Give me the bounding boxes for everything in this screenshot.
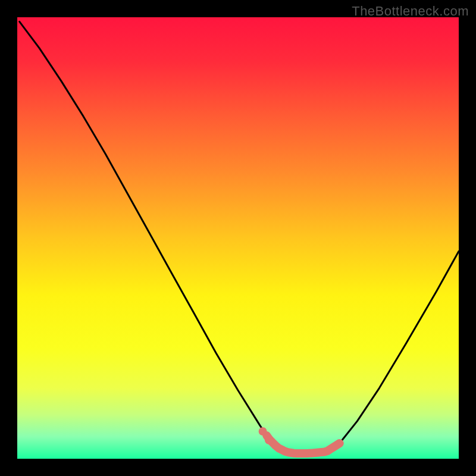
highlight-dot <box>259 427 267 436</box>
highlight-dot <box>265 436 273 444</box>
bottleneck-chart <box>0 0 476 476</box>
watermark-text: TheBottleneck.com <box>352 4 469 19</box>
plot-area <box>17 17 459 459</box>
